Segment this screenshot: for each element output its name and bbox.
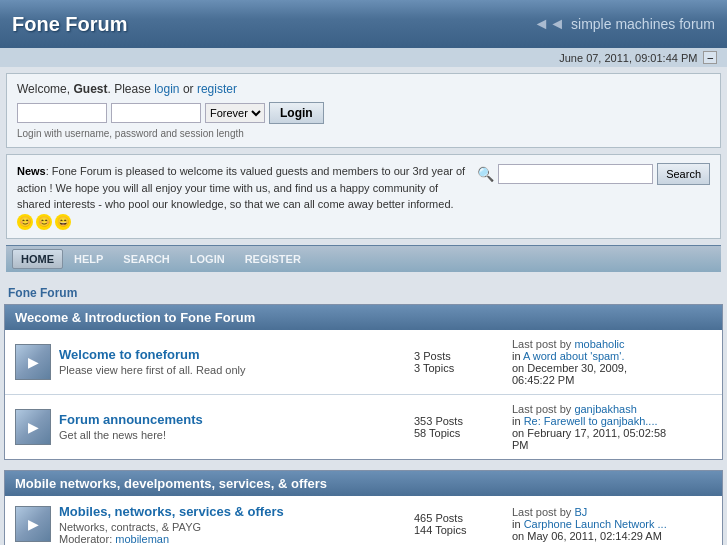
forum-icon-wrap: ▶: [15, 409, 51, 445]
forum-arrow-icon: ▶: [28, 419, 39, 435]
forum-desc: Networks, contracts, & PAYG: [59, 521, 406, 533]
nav-home[interactable]: HOME: [12, 249, 63, 269]
last-post-thread[interactable]: A word about 'spam'.: [523, 350, 624, 362]
forum-title: Fone Forum: [12, 13, 128, 36]
forum-name-link[interactable]: Welcome to foneforum: [59, 347, 200, 362]
sections-container: Wecome & Introduction to Fone Forum ▶ We…: [0, 304, 727, 546]
mod-label: Moderator:: [59, 533, 115, 545]
last-post-in-label: in: [512, 518, 521, 530]
forum-info: Welcome to foneforum Please view here fi…: [59, 347, 406, 376]
last-post-time: 06:45:22 PM: [512, 374, 574, 386]
smf-arrow-icon: ◄◄: [533, 15, 565, 33]
last-post-in-label: in: [512, 415, 521, 427]
mod-link[interactable]: mobileman: [115, 533, 169, 545]
section-mobile: Mobile networks, develpoments, services,…: [4, 470, 723, 546]
forum-info: Mobiles, networks, services & offers Net…: [59, 504, 406, 545]
welcome-middle: . Please: [107, 82, 154, 96]
forum-topics: 58 Topics: [414, 427, 504, 439]
news-bar: News: Fone Forum is pleased to welcome i…: [6, 154, 721, 239]
last-post-on-label: on: [512, 427, 524, 439]
login-area: Welcome, Guest. Please login or register…: [6, 73, 721, 148]
forum-posts: 3 Posts: [414, 350, 504, 362]
last-post-date: February 17, 2011, 05:02:58: [527, 427, 666, 439]
forum-desc: Please view here first of all. Read only: [59, 364, 406, 376]
login-button[interactable]: Login: [269, 102, 324, 124]
forum-icon-wrap: ▶: [15, 344, 51, 380]
forum-desc: Get all the news here!: [59, 429, 406, 441]
datetime-display: June 07, 2011, 09:01:44 PM: [559, 52, 697, 64]
forum-arrow-icon: ▶: [28, 516, 39, 532]
site-header: Fone Forum ◄◄ simple machines forum: [0, 0, 727, 48]
topbar: June 07, 2011, 09:01:44 PM –: [0, 48, 727, 67]
last-post-date: December 30, 2009,: [527, 362, 627, 374]
forum-arrow-icon: ▶: [28, 354, 39, 370]
forum-icon: ▶: [15, 506, 51, 542]
smf-brand-label: simple machines forum: [571, 16, 715, 32]
forum-row: ▶ Forum announcements Get all the news h…: [5, 395, 722, 459]
section-welcome-header: Wecome & Introduction to Fone Forum: [5, 305, 722, 330]
search-icon: 🔍: [477, 166, 494, 182]
news-content: : Fone Forum is pleased to welcome its v…: [17, 165, 465, 210]
minimize-button[interactable]: –: [703, 51, 717, 64]
welcome-or: or: [180, 82, 197, 96]
forum-icon: ▶: [15, 409, 51, 445]
forum-row: ▶ Mobiles, networks, services & offers N…: [5, 496, 722, 546]
section-welcome: Wecome & Introduction to Fone Forum ▶ We…: [4, 304, 723, 460]
breadcrumb: Fone Forum: [0, 282, 727, 304]
forum-stats: 353 Posts 58 Topics: [414, 415, 504, 439]
forum-name-link[interactable]: Mobiles, networks, services & offers: [59, 504, 284, 519]
smf-brand: ◄◄ simple machines forum: [533, 15, 715, 33]
last-post-author[interactable]: ganjbakhash: [574, 403, 636, 415]
smiley-2: 😊: [36, 214, 52, 230]
smileys: 😊 😊 😄: [17, 214, 71, 230]
last-post-time: PM: [512, 439, 529, 451]
nav-search[interactable]: SEARCH: [114, 249, 178, 269]
forum-stats: 465 Posts 144 Topics: [414, 512, 504, 536]
login-hint: Login with username, password and sessio…: [17, 128, 710, 139]
news-text: News: Fone Forum is pleased to welcome i…: [17, 163, 467, 230]
last-post-by-label: Last post by: [512, 506, 574, 518]
search-input[interactable]: [498, 164, 653, 184]
last-post-author[interactable]: BJ: [574, 506, 587, 518]
welcome-prefix: Welcome,: [17, 82, 73, 96]
navbar: HOME HELP SEARCH LOGIN REGISTER: [6, 245, 721, 272]
last-post-thread[interactable]: Carphone Launch Network ...: [524, 518, 667, 530]
search-button[interactable]: Search: [657, 163, 710, 185]
forum-mod: Moderator: mobileman: [59, 533, 406, 545]
last-post-thread[interactable]: Re: Farewell to ganjbakh....: [524, 415, 658, 427]
last-post-on-label: on: [512, 362, 524, 374]
forum-topics: 3 Topics: [414, 362, 504, 374]
forum-name-link[interactable]: Forum announcements: [59, 412, 203, 427]
last-post-date: May 06, 2011, 02:14:29 AM: [527, 530, 662, 542]
nav-login[interactable]: LOGIN: [181, 249, 234, 269]
username-input[interactable]: [17, 103, 107, 123]
search-area: 🔍 Search: [477, 163, 710, 185]
forum-icon-wrap: ▶: [15, 506, 51, 542]
last-post-by-label: Last post by: [512, 338, 574, 350]
smiley-3: 😄: [55, 214, 71, 230]
forum-icon: ▶: [15, 344, 51, 380]
forum-stats: 3 Posts 3 Topics: [414, 350, 504, 374]
news-label: News: [17, 165, 46, 177]
section-mobile-header: Mobile networks, develpoments, services,…: [5, 471, 722, 496]
forum-last-post: Last post by ganjbakhash in Re: Farewell…: [512, 403, 712, 451]
welcome-text: Welcome, Guest. Please login or register: [17, 82, 710, 96]
password-input[interactable]: [111, 103, 201, 123]
forum-last-post: Last post by mobaholic in A word about '…: [512, 338, 712, 386]
forum-posts: 353 Posts: [414, 415, 504, 427]
forum-posts: 465 Posts: [414, 512, 504, 524]
last-post-by-label: Last post by: [512, 403, 574, 415]
nav-register[interactable]: REGISTER: [236, 249, 310, 269]
forum-row: ▶ Welcome to foneforum Please view here …: [5, 330, 722, 395]
smiley-1: 😊: [17, 214, 33, 230]
login-link[interactable]: login: [154, 82, 179, 96]
register-link[interactable]: register: [197, 82, 237, 96]
nav-help[interactable]: HELP: [65, 249, 112, 269]
forum-topics: 144 Topics: [414, 524, 504, 536]
guest-label: Guest: [73, 82, 107, 96]
duration-select[interactable]: Forever: [205, 103, 265, 123]
last-post-in-label: in: [512, 350, 521, 362]
last-post-author[interactable]: mobaholic: [574, 338, 624, 350]
login-form: Forever Login: [17, 102, 710, 124]
last-post-on-label: on: [512, 530, 524, 542]
